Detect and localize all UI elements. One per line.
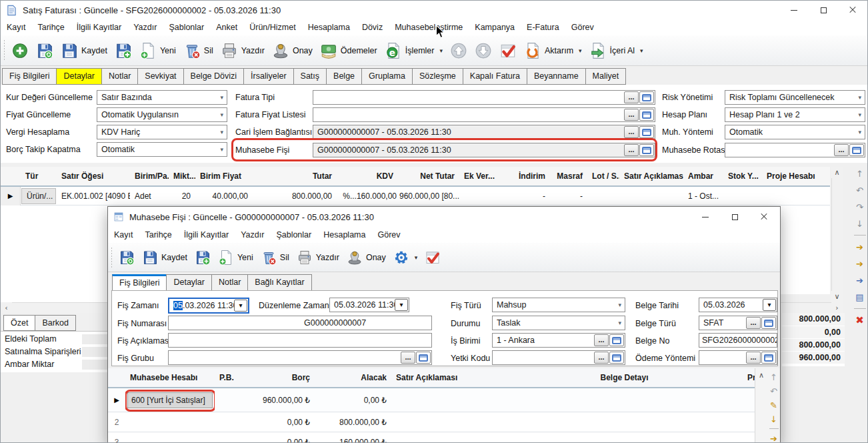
undo-icon[interactable]: ↶ bbox=[853, 183, 867, 197]
cell-account[interactable]: 600 [Yurt İçi Satışlar] bbox=[125, 389, 215, 412]
move-up-button[interactable] bbox=[450, 42, 467, 59]
select-borc-takip-kapatma[interactable]: Otomatik▾ bbox=[97, 142, 227, 157]
tab-bagli-kayitlar[interactable]: Bağlı Kayıtlar bbox=[247, 274, 311, 291]
col-satir-ogesi[interactable]: Satır Öğesi bbox=[57, 171, 130, 181]
col-ambar[interactable]: Ambar bbox=[683, 171, 723, 181]
col-net-tutar[interactable]: Net Tutar bbox=[398, 171, 459, 181]
tab-satis[interactable]: Satış bbox=[293, 68, 327, 85]
input-muhasebe-rotasi[interactable]: ... bbox=[725, 143, 865, 157]
menu-kayit[interactable]: Kayıt bbox=[1, 19, 32, 35]
scroll-right-icon[interactable]: › bbox=[831, 302, 843, 313]
cell-borc[interactable]: 960.000,00 ₺ bbox=[247, 396, 315, 405]
cell-birim[interactable]: Adet bbox=[130, 191, 169, 201]
tab-sevkiyat[interactable]: Sevkiyat bbox=[137, 68, 183, 85]
new-button[interactable]: Yeni bbox=[139, 42, 176, 59]
col-proje-hesabi[interactable]: Proje Hesabı bbox=[762, 171, 819, 181]
tab-kapali-fatura[interactable]: Kapalı Fatura bbox=[463, 68, 527, 85]
tab-belge-dovizi[interactable]: Belge Dövizi bbox=[183, 68, 244, 85]
input-belge-turu[interactable]: SFAT ... bbox=[699, 316, 777, 330]
col-stok-y[interactable]: Stok Y... bbox=[723, 171, 762, 181]
save-as-button[interactable] bbox=[115, 42, 132, 59]
new-button[interactable]: Yeni bbox=[218, 250, 253, 266]
cell-birim-fiyat[interactable]: 40.000,00 bbox=[195, 191, 253, 201]
approve-button[interactable]: Onay bbox=[272, 42, 313, 59]
tab-gruplama[interactable]: Gruplama bbox=[361, 68, 413, 85]
input-fatura-fiyat-listesi[interactable]: ... bbox=[313, 107, 655, 122]
menu-yazdir[interactable]: Yazdır bbox=[235, 227, 270, 243]
scroll-left-icon[interactable]: ‹ bbox=[1, 302, 12, 313]
minimize-icon[interactable] bbox=[691, 207, 720, 227]
lookup-window-button[interactable] bbox=[639, 91, 654, 103]
select-fiyat-guncelleme[interactable]: Otomatik Uygulansın▾ bbox=[97, 107, 227, 122]
lookup-dots-button[interactable]: ... bbox=[746, 317, 761, 329]
lookup-dots-button[interactable]: ... bbox=[624, 109, 639, 121]
scroll-up-icon[interactable]: ∧ bbox=[831, 167, 843, 178]
menu-kayit[interactable]: Kayıt bbox=[108, 227, 139, 243]
cell-tur[interactable]: Ürün/... bbox=[21, 188, 56, 204]
menu-muhasebelestirme[interactable]: Muhasebeleştirme bbox=[389, 19, 469, 35]
add-detail-icon[interactable]: ➔ bbox=[853, 273, 867, 288]
menu-yazdir[interactable]: Yazdır bbox=[127, 19, 163, 35]
menu-anket[interactable]: Anket bbox=[210, 19, 243, 35]
select-risk-yonetimi[interactable]: Risk Toplamı Güncellenecek▾ bbox=[725, 90, 865, 105]
cell-masraf[interactable]: - bbox=[550, 191, 587, 201]
cell-miktar[interactable]: 20 bbox=[169, 191, 195, 201]
move-top-icon[interactable]: ↑ bbox=[853, 166, 867, 181]
tab-detaylar[interactable]: Detaylar bbox=[166, 274, 212, 291]
lookup-window-button[interactable] bbox=[761, 317, 776, 329]
save-refresh-button[interactable] bbox=[36, 42, 53, 59]
print-button[interactable]: Yazdır bbox=[297, 250, 339, 266]
tab-maliyet[interactable]: Maliyet bbox=[585, 68, 627, 85]
lookup-dots-button[interactable]: ... bbox=[624, 126, 639, 138]
col-satir-aciklamasi[interactable]: Satır Açıklaması bbox=[391, 373, 506, 382]
table-row[interactable]: ▶ Ürün/... EK.001.002 [4090 BTF ... Adet… bbox=[1, 187, 830, 205]
menu-hesaplama[interactable]: Hesaplama bbox=[302, 19, 356, 35]
menu-hesaplama[interactable]: Hesaplama bbox=[317, 227, 371, 243]
col-tur[interactable]: Tür bbox=[21, 171, 57, 181]
edit-row-icon[interactable]: ✎ bbox=[767, 398, 781, 412]
table-row[interactable]: ▶ 600 [Yurt İçi Satışlar] 960.000,00 ₺ 0… bbox=[108, 388, 756, 412]
delete-button[interactable]: Sil bbox=[261, 250, 289, 266]
col-belge-detayi[interactable]: Belge Detayı bbox=[506, 373, 743, 382]
date-dropdown-icon[interactable]: ▾ bbox=[234, 300, 247, 312]
move-top-icon[interactable]: ↑ bbox=[767, 370, 781, 384]
tab-beyanname[interactable]: Beyanname bbox=[527, 68, 586, 85]
save-as-button[interactable] bbox=[195, 250, 211, 266]
close-icon[interactable] bbox=[838, 1, 867, 19]
redo-icon[interactable]: ↷ bbox=[853, 199, 867, 214]
cell-indirim[interactable]: - bbox=[507, 191, 550, 201]
lookup-dots-button[interactable]: ... bbox=[746, 352, 761, 364]
maximize-icon[interactable] bbox=[809, 1, 838, 19]
lookup-window-button[interactable] bbox=[639, 109, 654, 121]
grid-vscrollbar[interactable] bbox=[831, 167, 843, 302]
cell-borc[interactable]: 0,00 ₺ bbox=[247, 418, 315, 427]
move-bottom-icon[interactable]: ↓ bbox=[767, 412, 781, 426]
cell-ambar[interactable]: 1 - Ost... bbox=[683, 191, 723, 201]
add-button[interactable] bbox=[11, 42, 29, 59]
cell-borc[interactable]: 0,00 ₺ bbox=[247, 438, 315, 443]
input-fis-grubu[interactable]: ... bbox=[168, 350, 432, 365]
input-is-birimi[interactable]: 1 - Ankara ... bbox=[492, 333, 625, 348]
col-borc[interactable]: Borç bbox=[247, 373, 315, 382]
tab-irsaliyeler[interactable]: İrsaliyeler bbox=[243, 68, 294, 85]
date-dropdown-icon[interactable]: ▾ bbox=[763, 299, 776, 311]
insert-row-icon[interactable]: ➔ bbox=[767, 432, 781, 443]
input-fatura-tipi[interactable]: ... bbox=[313, 90, 655, 105]
input-fis-zamani[interactable]: 05.03.2026 11:30 ▾ bbox=[168, 298, 249, 314]
approve-button[interactable]: Onay bbox=[347, 250, 386, 266]
input-odeme-yontemi[interactable]: ... bbox=[699, 350, 777, 365]
select-vergi-hesaplama[interactable]: KDV Hariç▾ bbox=[97, 125, 227, 139]
col-indirim[interactable]: İndirim bbox=[507, 171, 550, 181]
cell-kdv[interactable]: %...160.000,00 bbox=[337, 191, 398, 201]
menu-ilgili-kayitlar[interactable]: İlgili Kayıtlar bbox=[71, 19, 127, 35]
payments-button[interactable]: Ödemeler bbox=[320, 42, 377, 59]
input-fis-aciklamasi[interactable] bbox=[168, 333, 432, 348]
col-pb[interactable]: P.B. bbox=[215, 373, 247, 382]
move-down-button[interactable] bbox=[475, 42, 492, 59]
close-icon[interactable] bbox=[749, 207, 779, 227]
lookup-window-button[interactable] bbox=[609, 334, 624, 346]
select-muh-yontemi[interactable]: Otomatik▾ bbox=[725, 125, 865, 139]
lookup-dots-button[interactable]: ... bbox=[624, 144, 639, 156]
col-alacak[interactable]: Alacak bbox=[315, 373, 391, 382]
input-fis-numarasi[interactable]: G000000000007 bbox=[168, 316, 432, 330]
